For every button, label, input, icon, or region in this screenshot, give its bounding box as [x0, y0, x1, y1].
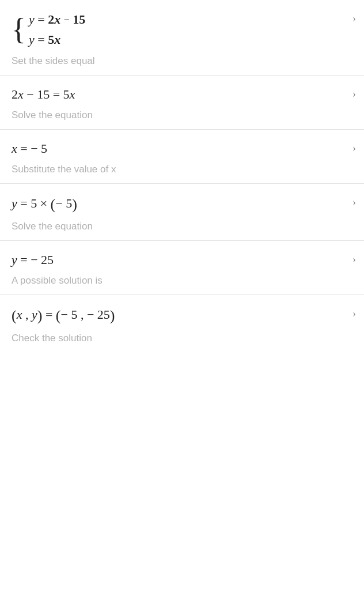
step-hint-5: A possible solution is: [12, 275, 352, 286]
step-hint-1: Set the sides equal: [12, 55, 352, 67]
step-hint-4: Solve the equation: [12, 221, 352, 232]
chevron-icon-6: ›: [352, 308, 356, 320]
equation-3: x = − 5: [12, 140, 352, 158]
chevron-icon-2: ›: [352, 88, 356, 100]
math-steps-container: › { y = 2x − 15 y = 5x Set the sides equ…: [0, 0, 364, 352]
chevron-icon-3: ›: [352, 142, 356, 154]
step-hint-6: Check the solution: [12, 333, 352, 344]
step-hint-2: Solve the equation: [12, 110, 352, 121]
equation-system: { y = 2x − 15 y = 5x: [12, 9, 352, 50]
equation-6: (x , y) = (− 5 , − 25): [12, 306, 352, 326]
system-equation-1: y = 2x − 15: [29, 9, 352, 29]
step-system[interactable]: › { y = 2x − 15 y = 5x Set the sides equ…: [0, 0, 364, 76]
step-hint-3: Substitute the value of x: [12, 164, 352, 175]
equation-5: y = − 25: [12, 251, 352, 269]
step-set-equal[interactable]: › 2x − 15 = 5x Solve the equation: [0, 76, 364, 130]
step-substitute[interactable]: › y = 5 × (− 5) Solve the equation: [0, 184, 364, 241]
equation-4: y = 5 × (− 5): [12, 194, 352, 215]
step-x-value[interactable]: › x = − 5 Substitute the value of x: [0, 130, 364, 184]
brace-symbol: {: [12, 9, 26, 50]
chevron-icon-4: ›: [352, 197, 356, 209]
step-y-value[interactable]: › y = − 25 A possible solution is: [0, 241, 364, 295]
equation-2: 2x − 15 = 5x: [12, 86, 352, 104]
step-solution[interactable]: › (x , y) = (− 5 , − 25) Check the solut…: [0, 295, 364, 352]
chevron-icon: ›: [352, 13, 356, 25]
chevron-icon-5: ›: [352, 254, 356, 266]
system-equation-2: y = 5x: [29, 29, 352, 50]
